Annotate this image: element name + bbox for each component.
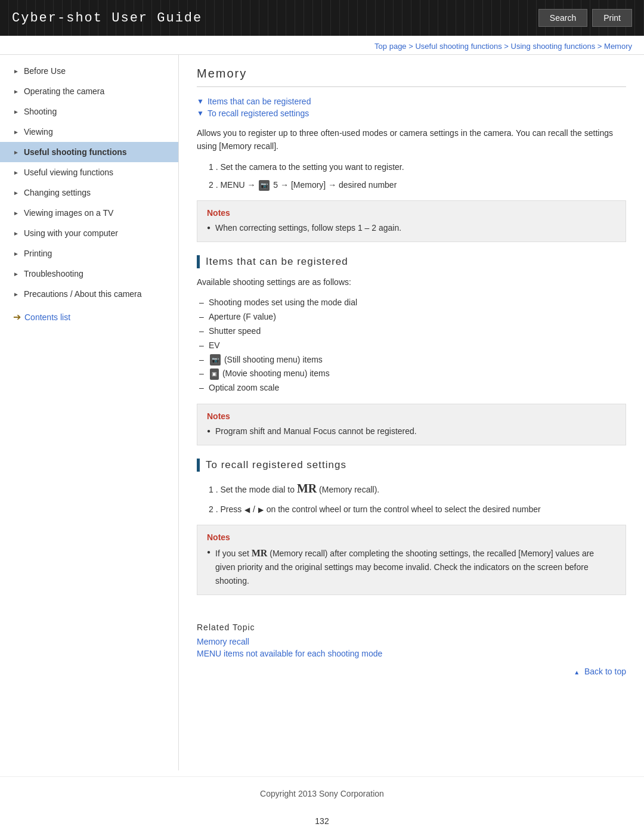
arrow-icon: ► [13, 230, 19, 237]
notes-title-2: Notes [207, 411, 616, 421]
arrow-icon: ► [13, 129, 19, 135]
back-to-top-label: Back to top [584, 667, 626, 676]
arrow-icon: ► [13, 88, 19, 95]
arrow-icon: ► [13, 190, 19, 196]
contents-list-link[interactable]: ➔ Contents list [0, 304, 178, 330]
mr-inline: MR [252, 548, 268, 558]
list-item-6: ▣ (Movie shooting menu) items [197, 367, 626, 381]
arrow-icon: ► [13, 210, 19, 216]
main-layout: ► Before Use ► Operating the camera ► Sh… [0, 55, 644, 770]
header-actions: Search Print [538, 9, 632, 27]
site-title: Cyber-shot User Guide [12, 11, 202, 26]
step-1: 1 . Set the camera to the setting you wa… [209, 160, 626, 174]
related-link-memory-recall[interactable]: Memory recall [197, 637, 626, 646]
contents-link-label: Contents list [24, 312, 70, 322]
related-link-menu-items[interactable]: MENU items not available for each shooti… [197, 649, 626, 658]
sidebar-item-label: Before Use [24, 66, 66, 76]
section-title-1: Items that can be registered [206, 256, 348, 268]
arrow-icon: ► [13, 291, 19, 298]
sidebar-item-changing-settings[interactable]: ► Changing settings [0, 182, 178, 203]
sidebar-item-viewing[interactable]: ► Viewing [0, 122, 178, 142]
sidebar-item-label: Printing [24, 249, 52, 258]
list-item-1: Shooting modes set using the mode dial [197, 296, 626, 310]
sidebar-item-operating[interactable]: ► Operating the camera [0, 81, 178, 101]
copyright: Copyright 2013 Sony Corporation [260, 789, 384, 798]
sidebar: ► Before Use ► Operating the camera ► Sh… [0, 55, 179, 770]
breadcrumb-using-shooting[interactable]: Using shooting functions [511, 42, 596, 51]
notes-item-2: Program shift and Manual Focus cannot be… [207, 425, 616, 438]
recall-step-1: 1 . Set the mode dial to MR (Memory reca… [209, 479, 626, 498]
sidebar-item-useful-viewing[interactable]: ► Useful viewing functions [0, 162, 178, 182]
sidebar-item-label: Viewing [24, 127, 53, 137]
back-triangle-icon: ▲ [574, 669, 580, 676]
arrow-icon: ► [13, 169, 19, 176]
search-button[interactable]: Search [538, 9, 587, 27]
section-heading-2: To recall registered settings [197, 459, 626, 472]
notes-item-3: If you set MR (Memory recall) after comp… [207, 546, 616, 587]
sidebar-item-label: Useful shooting functions [24, 147, 127, 157]
mr-text: MR [297, 482, 317, 495]
list-item-5: 📷 (Still shooting menu) items [197, 353, 626, 367]
sidebar-item-label: Precautions / About this camera [24, 289, 142, 299]
intro-text: Allows you to register up to three often… [197, 126, 626, 153]
sidebar-item-viewing-tv[interactable]: ► Viewing images on a TV [0, 203, 178, 223]
right-arrow-icon: ▶ [258, 506, 264, 514]
breadcrumb: Top page > Useful shooting functions > U… [0, 36, 644, 55]
notes-box-2: Notes Program shift and Manual Focus can… [197, 404, 626, 445]
step2-number: 5 → [Memory] → desired number [273, 180, 397, 190]
sidebar-item-label: Useful viewing functions [24, 168, 113, 177]
notes-box-1: Notes When correcting settings, follow s… [197, 200, 626, 242]
notes-item-1: When correcting settings, follow steps 1… [207, 221, 616, 234]
sidebar-item-label: Changing settings [24, 188, 91, 197]
arrow-icon: ► [13, 271, 19, 277]
sidebar-item-label: Using with your computer [24, 228, 118, 238]
list-item-4: EV [197, 339, 626, 353]
step-2: 2 . MENU → 📷 5 → [Memory] → desired numb… [209, 178, 626, 191]
print-button[interactable]: Print [592, 9, 632, 27]
triangle-down-icon: ▼ [197, 97, 204, 106]
sidebar-item-computer[interactable]: ► Using with your computer [0, 223, 178, 243]
page-number: 132 [0, 810, 644, 832]
camera-icon: 📷 [259, 180, 270, 191]
sidebar-item-printing[interactable]: ► Printing [0, 243, 178, 264]
sidebar-item-troubleshooting[interactable]: ► Troubleshooting [0, 264, 178, 284]
arrow-icon: ► [13, 68, 19, 75]
list-item-3: Shutter speed [197, 324, 626, 339]
sidebar-item-label: Operating the camera [24, 86, 104, 96]
list-item-7: Optical zoom scale [197, 381, 626, 395]
arrow-right-icon: ➔ [13, 311, 21, 323]
step2-prefix: 2 . MENU → [209, 180, 258, 190]
sidebar-item-precautions[interactable]: ► Precautions / About this camera [0, 284, 178, 304]
main-content: Memory ▼ Items that can be registered ▼ … [179, 55, 644, 690]
arrow-icon: ► [13, 109, 19, 115]
section-heading-1: Items that can be registered [197, 255, 626, 268]
section-bar-icon-2 [197, 459, 200, 472]
sidebar-item-label: Viewing images on a TV [24, 208, 113, 218]
footer: Copyright 2013 Sony Corporation [0, 776, 644, 810]
related-topic-title: Related Topic [197, 623, 626, 632]
section1-intro: Available shooting settings are as follo… [197, 275, 626, 289]
arrow-icon: ► [13, 149, 19, 156]
sidebar-item-useful-shooting[interactable]: ► Useful shooting functions [0, 142, 178, 162]
sidebar-item-before-use[interactable]: ► Before Use [0, 61, 178, 81]
page-header: Cyber-shot User Guide Search Print [0, 0, 644, 36]
related-topic: Related Topic Memory recall MENU items n… [197, 613, 626, 658]
left-arrow-icon: ◀ [244, 506, 250, 514]
triangle-down-icon: ▼ [197, 109, 204, 117]
notes-box-3: Notes If you set MR (Memory recall) afte… [197, 525, 626, 595]
page-title: Memory [197, 67, 626, 87]
anchor-link-items[interactable]: ▼ Items that can be registered [197, 97, 626, 106]
breadcrumb-useful-shooting[interactable]: Useful shooting functions [415, 42, 501, 51]
notes-title-1: Notes [207, 208, 616, 218]
arrow-icon: ► [13, 250, 19, 257]
camera-movie-icon: ▣ [210, 368, 219, 380]
sidebar-item-label: Shooting [24, 107, 57, 116]
back-to-top[interactable]: ▲ Back to top [197, 661, 626, 679]
camera-still-icon: 📷 [210, 354, 221, 366]
sidebar-item-shooting[interactable]: ► Shooting [0, 101, 178, 122]
section-bar-icon [197, 255, 200, 268]
breadcrumb-top[interactable]: Top page [374, 42, 407, 51]
anchor-link-recall[interactable]: ▼ To recall registered settings [197, 109, 626, 118]
list-item-2: Aperture (F value) [197, 310, 626, 324]
breadcrumb-memory[interactable]: Memory [604, 42, 632, 51]
